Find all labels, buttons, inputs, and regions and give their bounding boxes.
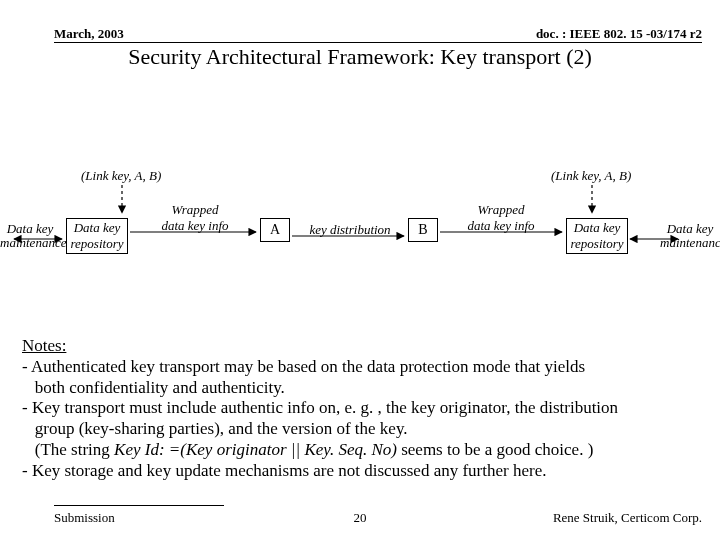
notes-line: group (key-sharing parties), and the ver…: [22, 419, 704, 440]
header-rule: [54, 42, 702, 43]
caption-linkkey-right: (Link key, A, B): [551, 168, 631, 184]
notes-line: - Key transport must include authentic i…: [22, 398, 704, 419]
notes-line: both confidentiality and authenticity.: [22, 378, 704, 399]
header-docnum: doc. : IEEE 802. 15 -03/174 r2: [536, 26, 702, 42]
footer-rule: [54, 505, 224, 506]
node-repository-right: Data keyrepository: [566, 218, 628, 254]
node-maintenance-right: Data keymaintenance: [660, 222, 720, 249]
notes-text: seems to be a good choice. ): [397, 440, 593, 459]
node-repository-left: Data keyrepository: [66, 218, 128, 254]
notes-heading: Notes:: [22, 336, 66, 356]
notes-line: - Key storage and key update mechanisms …: [22, 461, 704, 482]
node-b: B: [408, 218, 438, 242]
notes-text: (The string: [22, 440, 114, 459]
node-maintenance-left: Data keymaintenance: [0, 222, 60, 249]
notes-line: - Authenticated key transport may be bas…: [22, 357, 704, 378]
label-wrapped-left: Wrappeddata key info: [150, 202, 240, 234]
notes-line: (The string Key Id: =(Key originator || …: [22, 440, 704, 461]
node-a: A: [260, 218, 290, 242]
notes-keyid-italic: Key Id: =(Key originator || Key. Seq. No…: [114, 440, 397, 459]
label-key-dist: key distribution: [300, 222, 400, 238]
footer-author: Rene Struik, Certicom Corp.: [553, 510, 702, 526]
header-date: March, 2003: [54, 26, 124, 42]
notes-body: - Authenticated key transport may be bas…: [22, 357, 704, 481]
label-wrapped-right: Wrappeddata key info: [456, 202, 546, 234]
slide-title: Security Architectural Framework: Key tr…: [0, 44, 720, 70]
caption-linkkey-left: (Link key, A, B): [81, 168, 161, 184]
